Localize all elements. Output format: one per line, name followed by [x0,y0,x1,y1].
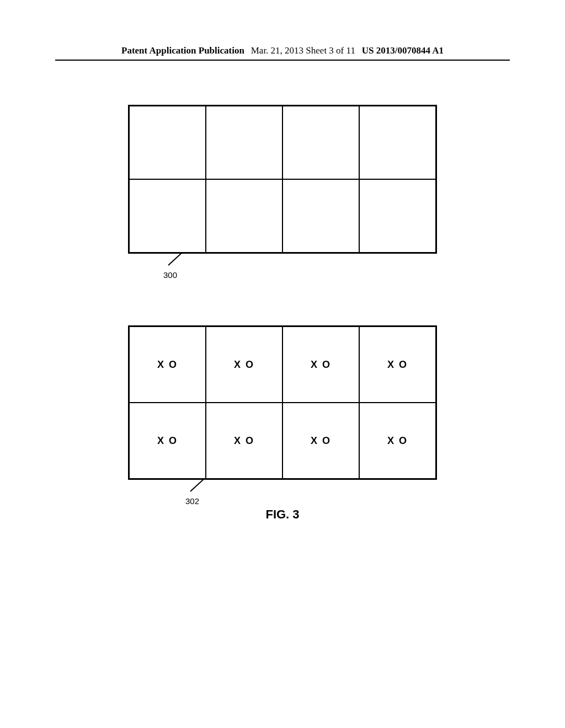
header-publication-number: US 2013/0070844 A1 [362,45,444,56]
grid-302-cell: X O [359,326,436,403]
figure-3: 300 X O X O X O X O X O X O X O X O 302 … [88,105,477,522]
grid-302-cell: X O [282,403,359,479]
grid-300-cell [206,106,282,179]
grid-300-cell [359,179,436,253]
grid-302-cell: X O [206,326,282,403]
grid-300-cell [282,106,359,179]
grid-302-cell: X O [282,326,359,403]
header-date-sheet: Mar. 21, 2013 Sheet 3 of 11 [251,45,355,56]
header-publication-type: Patent Application Publication [121,45,244,56]
svg-line-0 [168,253,182,265]
figure-caption: FIG. 3 [88,507,477,522]
grid-302-cell: X O [129,403,206,479]
grid-300-cell [129,179,206,253]
grid-302-cell: X O [129,326,206,403]
grid-302-cell: X O [359,403,436,479]
svg-line-1 [190,479,204,491]
reference-300-label: 300 [163,270,177,280]
grid-300-cell [359,106,436,179]
reference-302-label: 302 [185,496,199,506]
grid-302-cell: X O [206,403,282,479]
grid-300-cell [206,179,282,253]
grid-300 [128,105,437,254]
grid-300-cell [129,106,206,179]
grid-302: X O X O X O X O X O X O X O X O [128,325,437,480]
page-header: Patent Application Publication Mar. 21, … [55,45,510,61]
grid-300-cell [282,179,359,253]
